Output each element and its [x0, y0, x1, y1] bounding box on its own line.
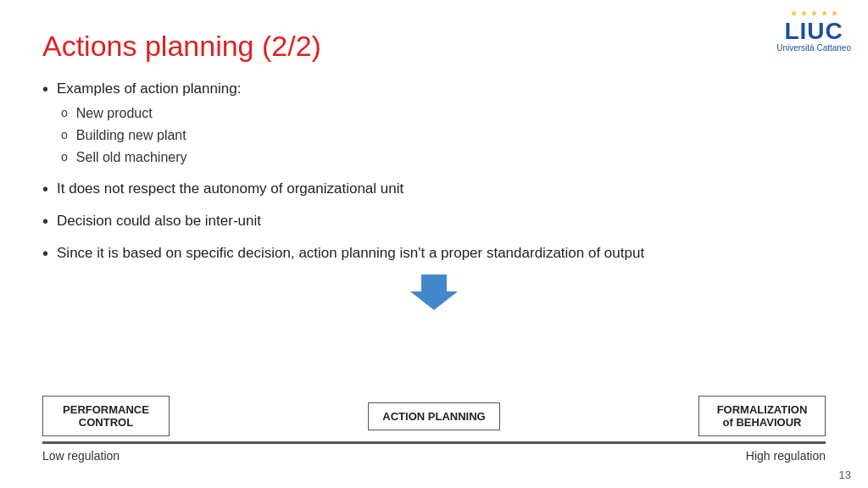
bullet-standardization: • Since it is based on specific decision… [42, 242, 826, 266]
arrow-container [42, 274, 826, 310]
box3-line2: of BEHAVIOUR [713, 416, 811, 429]
subitem-building-plant: Building new plant [61, 125, 241, 146]
arrow-body [421, 274, 447, 291]
star4: ★ [821, 8, 828, 18]
bullet-dot-1: • [42, 76, 48, 102]
box-formalization: FORMALIZATION of BEHAVIOUR [698, 396, 826, 436]
arrow-head [410, 291, 458, 310]
bullet-dot-2: • [42, 176, 48, 202]
bullet-autonomy: • It does not respect the autonomy of or… [42, 178, 826, 202]
bullet-dot-4: • [42, 241, 48, 266]
box1-line1: PERFORMANCE [57, 403, 155, 416]
slide: ★ ★ ★ ★ ★ LIUC Università Cattaneo Actio… [0, 0, 868, 488]
bullet-examples-content: Examples of action planning: New product… [57, 78, 241, 169]
box3-line1: FORMALIZATION [713, 403, 811, 416]
high-regulation-label: High regulation [746, 449, 826, 463]
subitem-new-product-text: New product [76, 103, 153, 124]
down-arrow [410, 274, 458, 310]
box-performance-control: PERFORMANCE CONTROL [42, 396, 170, 436]
subitem-sell-machinery: Sell old machinery [61, 147, 241, 168]
page-number: 13 [839, 469, 851, 481]
logo-liuc-text: LIUC [776, 19, 851, 43]
sub-list: New product Building new plant Sell old … [61, 103, 241, 168]
star2: ★ [800, 8, 808, 18]
subitem-new-product: New product [61, 103, 241, 124]
logo-subtitle-text: Università Cattaneo [776, 43, 851, 53]
box2-line1: ACTION PLANNING [382, 410, 485, 423]
bullet-examples: • Examples of action planning: New produ… [42, 78, 826, 169]
slide-title: Actions planning (2/2) [42, 30, 826, 63]
bullet-autonomy-text: It does not respect the autonomy of orga… [57, 178, 403, 200]
bullet-decision-text: Decision could also be inter-unit [57, 210, 261, 232]
bullet-decision: • Decision could also be inter-unit [42, 210, 826, 234]
logo: ★ ★ ★ ★ ★ LIUC Università Cattaneo [776, 8, 851, 53]
star1: ★ [790, 8, 798, 18]
labels-row: Low regulation High regulation [42, 449, 826, 463]
star3: ★ [810, 8, 818, 18]
slide-content: • Examples of action planning: New produ… [42, 78, 826, 266]
star5: ★ [831, 8, 838, 18]
bullet-dot-3: • [42, 208, 48, 234]
low-regulation-label: Low regulation [42, 449, 120, 463]
box-action-planning: ACTION PLANNING [368, 402, 499, 430]
boxes-row: PERFORMANCE CONTROL ACTION PLANNING FORM… [42, 396, 826, 436]
bullet-examples-text: Examples of action planning: [57, 80, 241, 97]
separator-line [42, 441, 826, 444]
bullet-standardization-text: Since it is based on specific decision, … [57, 242, 644, 264]
box1-line2: CONTROL [57, 416, 155, 429]
bottom-section: PERFORMANCE CONTROL ACTION PLANNING FORM… [42, 396, 826, 463]
subitem-building-plant-text: Building new plant [76, 125, 186, 146]
subitem-sell-machinery-text: Sell old machinery [76, 147, 187, 168]
logo-stars: ★ ★ ★ ★ ★ [776, 8, 851, 18]
